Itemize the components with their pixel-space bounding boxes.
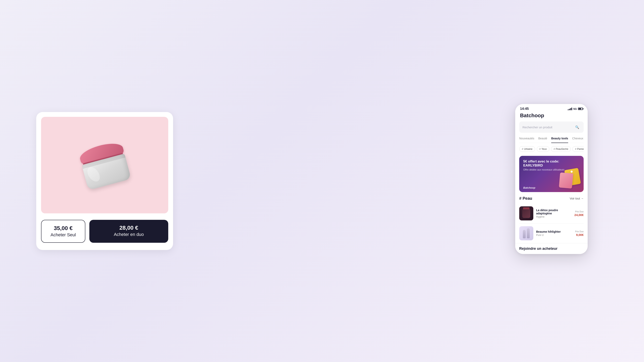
- product-category-1: Hygène: [536, 215, 572, 218]
- product-name-1: La détox poudre adaptogène: [536, 209, 572, 215]
- search-placeholder: Rechercher un produit: [522, 125, 552, 129]
- rejoindre-section: Rejoindre un acheteur: [515, 243, 588, 254]
- thumb-stick-1: [523, 230, 526, 238]
- hashtag-pills: # Urbaine # Yeux # PeauSeche # Parisienn…: [519, 146, 584, 152]
- promo-title: 5€ offert avec le code: EARLYBIRD: [523, 159, 580, 168]
- single-label: Acheter Seul: [50, 232, 76, 238]
- arrow-icon: →: [581, 197, 584, 200]
- signal-bar-2: [569, 109, 570, 110]
- status-bar: 14:45 5G: [515, 104, 588, 112]
- product-info-1: La détox poudre adaptogène Hygène: [536, 209, 572, 218]
- prix-duo-label-2: Prix Duo: [575, 230, 584, 233]
- signal-bar-3: [570, 108, 571, 110]
- product-item-2[interactable]: Beaume hihlighter Pure U Prix Duo 9,00€: [519, 223, 584, 243]
- product-price-2: 9,00€: [575, 233, 584, 237]
- price-tag-illustration: [560, 168, 580, 188]
- search-bar[interactable]: Rechercher un produit 🔍: [519, 121, 584, 133]
- single-price: 35,00 €: [54, 225, 72, 232]
- battery-fill: [578, 108, 581, 109]
- tag-ribbon: [559, 172, 573, 188]
- status-time: 14:45: [520, 107, 529, 111]
- pill-urbaine[interactable]: # Urbaine: [519, 146, 535, 152]
- product-item-1[interactable]: La détox poudre adaptogène Hygène Prix D…: [519, 204, 584, 223]
- thumb-jar-icon: [522, 209, 530, 218]
- tab-nouveautes[interactable]: Nouveautés: [519, 137, 534, 141]
- prix-duo-label-1: Prix Duo: [574, 210, 584, 213]
- signal-bar-4: [571, 108, 572, 110]
- thumb-sticks-icon: [523, 228, 530, 238]
- product-name-2: Beaume hihlighter: [536, 230, 572, 233]
- product-image: [41, 117, 168, 213]
- phone-mockup: 14:45 5G Batchoop Rechercher un produit …: [515, 104, 588, 254]
- buy-buttons: 35,00 € Acheter Seul 28,00 € Acheter en …: [41, 220, 168, 243]
- signal-bar-1: [568, 109, 568, 110]
- product-price-1: 24,00€: [574, 213, 584, 217]
- duo-label: Acheter en duo: [114, 232, 144, 237]
- rejoindre-title: Rejoindre un acheteur: [519, 247, 584, 251]
- signal-bars: [568, 108, 572, 110]
- product-price-area-1: Prix Duo 24,00€: [574, 210, 584, 217]
- buy-duo-button[interactable]: 28,00 € Acheter en duo: [89, 220, 168, 243]
- promo-brand: Batchoop: [523, 186, 535, 189]
- peau-section-title: # Peau: [519, 196, 532, 201]
- nav-tabs: Nouveautés Beauté Beauty tools Cheveux: [519, 137, 584, 143]
- product-info-2: Beaume hihlighter Pure U: [536, 230, 572, 237]
- peau-section-header: # Peau Voir tout →: [519, 196, 584, 201]
- buy-single-button[interactable]: 35,00 € Acheter Seul: [41, 220, 85, 243]
- product-thumb-1: [519, 206, 533, 220]
- product-category-2: Pure U: [536, 234, 572, 237]
- search-icon[interactable]: 🔍: [574, 124, 580, 130]
- promo-banner[interactable]: 5€ offert avec le code: EARLYBIRD Offre …: [519, 156, 584, 192]
- thumb-stick-2: [527, 228, 530, 238]
- phone-content: Batchoop Rechercher un produit 🔍 Nouveau…: [515, 112, 588, 243]
- tab-beauty-tools[interactable]: Beauty tools: [551, 137, 568, 143]
- pill-peauseche[interactable]: # PeauSeche: [551, 146, 571, 152]
- product-thumb-2: [519, 226, 533, 240]
- network-type: 5G: [573, 107, 577, 110]
- cream-jar-illustration: [78, 140, 131, 190]
- pill-parisienne[interactable]: # Parisienne: [572, 146, 584, 152]
- voir-tout-button[interactable]: Voir tout →: [570, 197, 584, 200]
- app-title: Batchoop: [519, 112, 584, 119]
- product-card: 35,00 € Acheter Seul 28,00 € Acheter en …: [36, 112, 173, 250]
- product-price-area-2: Prix Duo 9,00€: [575, 230, 584, 237]
- status-icons: 5G: [568, 107, 583, 110]
- tab-cheveux[interactable]: Cheveux: [572, 137, 583, 141]
- pill-yeux[interactable]: # Yeux: [537, 146, 550, 152]
- duo-price: 28,00 €: [119, 225, 138, 231]
- battery-icon: [578, 108, 583, 110]
- tab-beaute[interactable]: Beauté: [538, 137, 547, 141]
